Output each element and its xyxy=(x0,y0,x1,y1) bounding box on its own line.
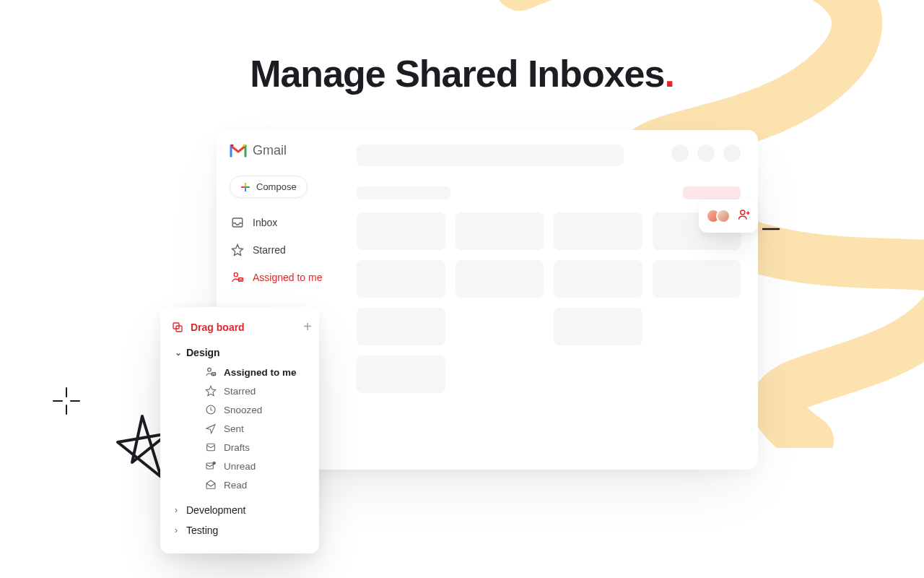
column-chip xyxy=(357,186,450,199)
board-item-starred[interactable]: Starred xyxy=(172,381,312,400)
chevron-down-icon: ⌄ xyxy=(175,348,182,358)
board-item-label: Starred xyxy=(224,386,256,397)
collaborators-card[interactable] xyxy=(699,199,758,233)
brand-name: Gmail xyxy=(253,143,287,158)
board-item-snoozed[interactable]: Snoozed xyxy=(172,400,312,419)
board-item-unread[interactable]: Unread xyxy=(172,457,312,475)
sidebar-label-starred: Starred xyxy=(253,244,286,256)
column-header-row xyxy=(357,186,741,199)
drag-board-panel: Drag board + ⌄ Design Assigned to me Sta… xyxy=(160,307,319,553)
drag-board-icon xyxy=(172,322,183,333)
add-person-icon[interactable] xyxy=(738,208,751,224)
gmail-logo-icon xyxy=(230,144,247,158)
compose-button[interactable]: Compose xyxy=(230,176,308,198)
page-headline: Manage Shared Inboxes. xyxy=(0,52,924,95)
card-skeleton[interactable] xyxy=(554,260,642,298)
svg-rect-0 xyxy=(232,218,243,227)
search-bar-skeleton[interactable] xyxy=(357,144,624,166)
card-skeleton[interactable] xyxy=(456,260,544,298)
chevron-right-icon: › xyxy=(175,525,178,535)
board-item-label: Sent xyxy=(224,423,244,434)
board-item-label: Drafts xyxy=(224,442,250,453)
board-item-drafts[interactable]: Drafts xyxy=(172,438,312,457)
brand: Gmail xyxy=(230,143,331,158)
svg-rect-9 xyxy=(207,444,215,450)
svg-rect-10 xyxy=(206,463,213,469)
star-icon xyxy=(231,243,244,256)
header-action-dot[interactable] xyxy=(723,144,741,162)
card-skeleton[interactable] xyxy=(357,260,445,298)
board-item-label: Read xyxy=(224,480,247,491)
board-item-sent[interactable]: Sent xyxy=(172,419,312,438)
sidebar-label-assigned: Assigned to me xyxy=(253,272,323,283)
board-section-development[interactable]: › Development xyxy=(172,500,312,520)
board-item-label: Snoozed xyxy=(224,405,262,415)
card-skeleton[interactable] xyxy=(554,212,642,250)
board-item-assigned[interactable]: Assigned to me xyxy=(172,363,312,381)
board-item-label: Assigned to me xyxy=(224,367,297,378)
sidebar-label-inbox: Inbox xyxy=(253,217,277,228)
card-skeleton[interactable] xyxy=(357,212,445,250)
card-skeleton[interactable] xyxy=(554,308,642,345)
send-icon xyxy=(205,423,217,434)
sidebar-item-starred[interactable]: Starred xyxy=(230,240,331,260)
card-skeleton[interactable] xyxy=(456,212,544,250)
board-section-design[interactable]: ⌄ Design xyxy=(172,342,312,363)
section-label: Design xyxy=(186,347,220,358)
unread-icon xyxy=(205,460,217,472)
drag-board-header: Drag board + xyxy=(172,319,312,335)
section-label: Development xyxy=(186,504,246,516)
board-item-label: Unread xyxy=(224,461,256,472)
board-section-testing[interactable]: › Testing xyxy=(172,520,312,540)
kanban-grid xyxy=(357,212,741,393)
svg-point-1 xyxy=(234,273,237,277)
crosshair-doodle xyxy=(52,387,81,415)
card-skeleton[interactable] xyxy=(653,260,741,298)
plus-multicolor-icon xyxy=(240,182,250,192)
avatar xyxy=(716,209,731,223)
app-main xyxy=(339,130,758,470)
section-label: Testing xyxy=(186,525,218,536)
inbox-icon xyxy=(231,216,244,229)
drag-board-title: Drag board xyxy=(191,322,245,333)
assigned-icon xyxy=(231,271,244,284)
column-chip-highlight xyxy=(683,186,741,199)
header-actions xyxy=(671,144,741,162)
drafts-icon xyxy=(205,441,217,453)
read-icon xyxy=(205,479,217,491)
header-action-dot[interactable] xyxy=(671,144,689,162)
card-skeleton[interactable] xyxy=(357,308,445,345)
card-skeleton[interactable] xyxy=(357,355,445,393)
svg-point-3 xyxy=(741,210,745,215)
sidebar-item-assigned[interactable]: Assigned to me xyxy=(230,267,331,288)
compose-label: Compose xyxy=(256,181,297,192)
assigned-icon xyxy=(205,366,217,378)
add-board-button[interactable]: + xyxy=(303,319,312,335)
avatar-stack xyxy=(706,209,731,223)
header-action-dot[interactable] xyxy=(697,144,715,162)
sidebar-item-inbox[interactable]: Inbox xyxy=(230,212,331,233)
clock-icon xyxy=(205,404,217,415)
svg-point-6 xyxy=(208,368,212,371)
svg-point-11 xyxy=(213,462,215,464)
star-icon xyxy=(205,385,217,397)
board-item-read[interactable]: Read xyxy=(172,475,312,494)
dash-doodle xyxy=(762,225,780,233)
chevron-right-icon: › xyxy=(175,505,178,515)
